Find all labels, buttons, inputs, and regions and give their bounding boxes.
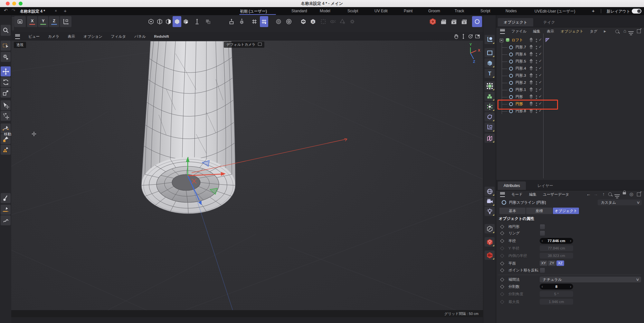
attr-menu-edit[interactable]: 編集 [529, 192, 536, 197]
visibility-dots-icon[interactable] [536, 110, 537, 111]
undo-icon[interactable]: ↶ [4, 8, 8, 13]
viewport-canvas[interactable]: Y X Z 透視 デフォルトカメラ [11, 41, 483, 310]
group-title[interactable]: オブジェクトの属性 [499, 216, 534, 221]
layout-toggle[interactable] [632, 9, 641, 14]
text-object-button[interactable]: T [485, 69, 495, 78]
enabled-check-icon[interactable]: ✓ [539, 87, 542, 92]
phong-tag-icon[interactable] [545, 38, 550, 42]
mograph-object-button[interactable] [485, 133, 495, 143]
snap-to-object-button[interactable] [227, 16, 236, 27]
keyframe-diamond-icon[interactable] [500, 285, 504, 289]
object-row[interactable]: 円形.7✓ [496, 44, 643, 51]
ring-checkbox[interactable] [540, 230, 545, 236]
render-in-picture-viewer-button[interactable] [449, 16, 459, 27]
rotate-tool[interactable] [1, 77, 11, 87]
visibility-dots-icon[interactable] [536, 88, 537, 90]
attr-menu-mode[interactable]: モード [511, 192, 523, 197]
decrement-icon[interactable]: ‹ [542, 239, 543, 243]
layer-icon[interactable] [529, 45, 533, 50]
coordinate-system-button[interactable] [60, 16, 71, 27]
redshift-camera-button[interactable] [485, 250, 495, 260]
enabled-check-icon[interactable]: ✓ [539, 73, 542, 77]
render-settings-button[interactable] [459, 16, 469, 27]
line-cut-tool[interactable] [1, 205, 11, 215]
modifier-gear-button[interactable] [284, 16, 293, 27]
view-type-label[interactable]: 透視 [14, 42, 26, 48]
lock-x-axis-button[interactable]: X [27, 16, 37, 27]
om-menu-edit[interactable]: 編集 [533, 29, 540, 34]
plane-xy-button[interactable]: XY [540, 260, 547, 266]
camera-label[interactable]: デフォルトカメラ [224, 42, 264, 48]
visibility-dots-icon[interactable] [536, 46, 537, 47]
redshift-renderer-icon[interactable] [428, 16, 438, 27]
multi-object-move-tool[interactable] [1, 111, 11, 121]
texture-mode-button[interactable] [181, 16, 190, 27]
ellipse-checkbox[interactable] [540, 224, 545, 230]
object-row[interactable]: 円形.6✓ [496, 51, 643, 58]
render-view-button[interactable] [439, 16, 448, 27]
menu-options[interactable]: オプション [83, 34, 102, 39]
keyframe-diamond-icon[interactable] [500, 239, 504, 243]
layout-tab-nodes[interactable]: Nodes [506, 9, 517, 13]
tab-object[interactable]: オブジェクト [553, 208, 579, 214]
layout-tab-sculpt[interactable]: Sculpt [347, 9, 358, 13]
menu-filter[interactable]: フィルタ [111, 34, 126, 39]
layer-icon[interactable] [529, 109, 533, 113]
triangle-gear-button[interactable] [338, 16, 347, 27]
material-editor-button[interactable] [485, 224, 495, 233]
object-row[interactable]: 円形.5✓ [496, 58, 643, 65]
layer-icon[interactable] [529, 95, 533, 99]
generator-object-button[interactable] [485, 81, 495, 91]
visibility-dots-icon[interactable] [536, 74, 537, 75]
tab-attributes[interactable]: Attributes [498, 181, 526, 190]
layout-tab-script[interactable]: Script [480, 9, 490, 13]
visibility-dots-icon[interactable] [536, 60, 537, 61]
om-menu-more-icon[interactable]: ▶ [604, 30, 606, 33]
pan-view-icon[interactable] [453, 34, 459, 39]
last-tool-button[interactable] [14, 16, 26, 27]
expand-icon[interactable] [500, 39, 503, 42]
om-menu-file[interactable]: ファイル [511, 29, 526, 34]
orientation-axis-gizmo[interactable]: Y X Z [469, 43, 480, 64]
up-icon[interactable]: ↑ [602, 191, 605, 197]
keyframe-diamond-icon[interactable] [500, 261, 504, 266]
spline-smooth-tool[interactable] [1, 215, 11, 225]
enabled-check-icon[interactable]: ✓ [539, 80, 542, 84]
points-mode-button[interactable] [147, 16, 155, 27]
object-row[interactable]: 円形.1✓ [496, 86, 643, 93]
deformer-object-button[interactable] [485, 112, 495, 122]
live-selection-tool[interactable] [1, 52, 11, 62]
layer-icon[interactable] [529, 59, 533, 64]
layer-icon[interactable] [529, 38, 533, 43]
om-menu-tags[interactable]: タグ [590, 29, 598, 34]
plane-zy-button[interactable]: ZY [548, 260, 556, 266]
object-row[interactable]: 円形.3✓ [496, 72, 643, 79]
object-row-loft[interactable]: ロフト ✓ [496, 37, 643, 44]
scene-nodes-button[interactable] [485, 122, 495, 132]
layout-tab-startup[interactable]: 初期 (ユーザー) [240, 9, 267, 14]
search-commander-button[interactable] [1, 25, 11, 36]
attr-lock-icon[interactable] [623, 191, 626, 195]
lock-z-axis-button[interactable]: Z [49, 16, 59, 27]
layout-tab-paint[interactable]: Paint [404, 9, 412, 13]
add-tab-icon[interactable]: + [64, 8, 67, 14]
tab-layers[interactable]: レイヤー [532, 181, 559, 190]
layout-tab-model[interactable]: Model [320, 9, 330, 13]
layer-icon[interactable] [529, 52, 533, 57]
menu-panel[interactable]: パネル [134, 34, 146, 39]
quantize-grid-button[interactable] [260, 16, 268, 27]
tab-basic[interactable]: 基本 [499, 208, 526, 214]
toggle-views-icon[interactable] [475, 34, 480, 39]
menu-camera[interactable]: カメラ [48, 34, 59, 39]
visibility-dots-icon[interactable] [536, 53, 537, 54]
light-object-button[interactable] [485, 207, 495, 216]
new-layout-button[interactable]: 新レイアウト [607, 9, 630, 14]
layout-tab-uvedit-user[interactable]: UVEdit-User (ユーザー) [535, 9, 575, 14]
attr-search-icon[interactable] [608, 192, 612, 197]
dolly-view-icon[interactable] [460, 34, 466, 39]
visibility-dots-icon[interactable] [536, 67, 537, 68]
layout-tab-standard[interactable]: Standard [291, 9, 307, 13]
falloff-button[interactable] [274, 16, 283, 27]
plane-xz-button[interactable]: XZ [556, 260, 564, 266]
om-menu-objects[interactable]: オブジェクト [561, 29, 583, 34]
